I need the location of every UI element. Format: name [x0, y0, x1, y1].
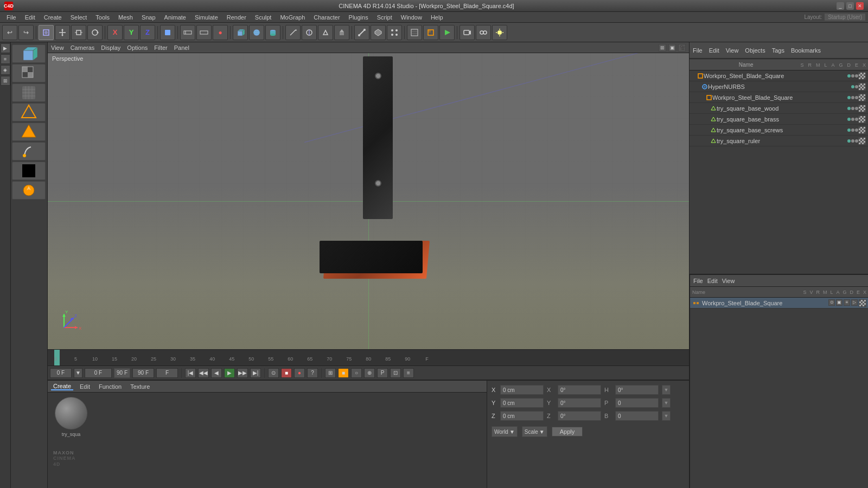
- bevel-button[interactable]: [318, 25, 333, 40]
- loop-cut-button[interactable]: [302, 25, 317, 40]
- tree-row-screws[interactable]: try_square_base_screws: [690, 125, 868, 136]
- loop-btn[interactable]: ●: [294, 368, 305, 378]
- mat-tab-texture[interactable]: Texture: [128, 383, 152, 390]
- obj-icon-1[interactable]: ⊙: [828, 299, 835, 306]
- viewport-tab-filter[interactable]: Filter: [154, 44, 167, 51]
- y-axis-button[interactable]: Y: [124, 25, 139, 40]
- key-add-button[interactable]: [180, 25, 195, 40]
- poly-tool-btn[interactable]: [12, 123, 46, 141]
- obj-icon-4[interactable]: ▷: [851, 299, 858, 306]
- right-tab-file[interactable]: File: [693, 47, 703, 54]
- menu-tools[interactable]: Tools: [91, 13, 114, 22]
- viewport-tab-cameras[interactable]: Cameras: [71, 44, 95, 51]
- layout-value[interactable]: Startup (User): [824, 13, 866, 21]
- z-rot-input[interactable]: 0°: [558, 411, 601, 421]
- live-selection-button[interactable]: [39, 25, 54, 40]
- pb-extra-7[interactable]: ≡: [403, 368, 414, 378]
- scale-select[interactable]: Scale ▼: [522, 426, 547, 437]
- tree-row-root[interactable]: Workpro_Steel_Blade_Square: [690, 70, 868, 81]
- step-fwd-button[interactable]: ▶▶: [237, 368, 248, 378]
- obj-row-workpro[interactable]: Workpro_Steel_Blade_Square ⊙ ▣ ≡ ▷: [690, 298, 868, 309]
- step-back1-button[interactable]: ◀: [211, 368, 222, 378]
- menu-mograph[interactable]: MoGraph: [276, 13, 309, 22]
- pb-extra-1[interactable]: ⊞: [325, 368, 336, 378]
- paint-btn[interactable]: [12, 142, 46, 160]
- play-button[interactable]: ▶: [224, 368, 235, 378]
- mat-tab-create[interactable]: Create: [51, 383, 73, 390]
- object-mode-button[interactable]: [160, 25, 175, 40]
- object-tool-btn[interactable]: [12, 103, 46, 121]
- go-start-button[interactable]: |◀: [185, 368, 196, 378]
- menu-script[interactable]: Script: [373, 13, 397, 22]
- menu-help[interactable]: Help: [426, 13, 448, 22]
- y-extra-btn[interactable]: ▼: [662, 398, 671, 408]
- move-button[interactable]: [55, 25, 70, 40]
- lt-btn-3[interactable]: ◈: [1, 65, 10, 75]
- viewport-tab-panel[interactable]: Panel: [174, 44, 189, 51]
- menu-render[interactable]: Render: [222, 13, 251, 22]
- viewport-tab-view[interactable]: View: [51, 44, 64, 51]
- z-pos-input[interactable]: 0 cm: [500, 411, 544, 421]
- x-extra-btn[interactable]: ▼: [662, 385, 671, 395]
- obj-icon-3[interactable]: ≡: [844, 299, 850, 306]
- light-button[interactable]: [492, 25, 507, 40]
- lt-btn-2[interactable]: ≡: [1, 54, 10, 64]
- menu-select[interactable]: Select: [66, 13, 92, 22]
- b-size-input[interactable]: 0: [615, 411, 659, 421]
- menu-sculpt[interactable]: Sculpt: [251, 13, 276, 22]
- menu-snap[interactable]: Snap: [137, 13, 160, 22]
- menu-file[interactable]: File: [2, 13, 21, 22]
- extrude-button[interactable]: [334, 25, 349, 40]
- y-rot-input[interactable]: 0°: [558, 398, 601, 408]
- tree-row-child[interactable]: Workpro_Steel_Blade_Square: [690, 92, 868, 103]
- menu-mesh[interactable]: Mesh: [114, 13, 137, 22]
- right-tab-edit[interactable]: Edit: [709, 47, 719, 54]
- lt-btn-1[interactable]: ▶: [1, 43, 10, 53]
- rotate-button[interactable]: [87, 25, 103, 40]
- p-size-input[interactable]: 0: [615, 398, 659, 408]
- menu-character[interactable]: Character: [309, 13, 344, 22]
- right-tab-tags[interactable]: Tags: [772, 47, 784, 54]
- tree-row-hypernurbs[interactable]: HyperNURBS: [690, 81, 868, 92]
- fps-field[interactable]: F: [156, 368, 178, 378]
- h-size-input[interactable]: 0°: [615, 385, 659, 395]
- lt-btn-4[interactable]: ⊞: [1, 76, 10, 86]
- pb-extra-5[interactable]: P: [377, 368, 388, 378]
- frame-range[interactable]: 90 F: [114, 368, 130, 378]
- tree-row-wood[interactable]: try_square_base_wood: [690, 103, 868, 114]
- record-active-btn[interactable]: ⊙: [268, 368, 279, 378]
- viewport-tab-display[interactable]: Display: [101, 44, 120, 51]
- sphere-button[interactable]: [249, 25, 264, 40]
- key-remove-button[interactable]: [196, 25, 212, 40]
- frame-step-btn[interactable]: ▼: [74, 368, 82, 378]
- knife-button[interactable]: [285, 25, 301, 40]
- menu-edit[interactable]: Edit: [21, 13, 40, 22]
- tree-row-ruler[interactable]: try_square_ruler: [690, 136, 868, 146]
- render-region-button[interactable]: [423, 25, 438, 40]
- point-mode-button[interactable]: [387, 25, 402, 40]
- step-back-button[interactable]: ◀◀: [198, 368, 209, 378]
- menu-window[interactable]: Window: [397, 13, 426, 22]
- x-rot-input[interactable]: 0°: [558, 385, 601, 395]
- x-pos-input[interactable]: 0 cm: [500, 385, 544, 395]
- polygon-mode-button[interactable]: [371, 25, 386, 40]
- undo-button[interactable]: ↩: [2, 25, 17, 40]
- edge-mode-button[interactable]: [354, 25, 369, 40]
- viewport-tab-options[interactable]: Options: [127, 44, 148, 51]
- z-extra-btn[interactable]: ▼: [662, 411, 671, 421]
- render-style-btn[interactable]: [12, 84, 46, 102]
- end-frame-field[interactable]: 90 F: [132, 368, 154, 378]
- right-tab-bookmarks[interactable]: Bookmarks: [791, 47, 821, 54]
- cylinder-button[interactable]: [265, 25, 280, 40]
- redo-button[interactable]: ↪: [18, 25, 34, 40]
- pb-extra-2[interactable]: ■: [338, 368, 349, 378]
- pb-extra-6[interactable]: ⊡: [390, 368, 401, 378]
- maximize-button[interactable]: □: [846, 2, 854, 10]
- viewport-zoom-fit[interactable]: ⊞: [659, 44, 666, 52]
- pb-extra-4[interactable]: ⊕: [364, 368, 375, 378]
- current-frame-field[interactable]: 0 F: [50, 368, 72, 378]
- record-stop-btn[interactable]: ■: [281, 368, 292, 378]
- menu-animate[interactable]: Animate: [160, 13, 190, 22]
- tree-row-brass[interactable]: try_square_base_brass: [690, 114, 868, 125]
- record-button[interactable]: ●: [213, 25, 228, 40]
